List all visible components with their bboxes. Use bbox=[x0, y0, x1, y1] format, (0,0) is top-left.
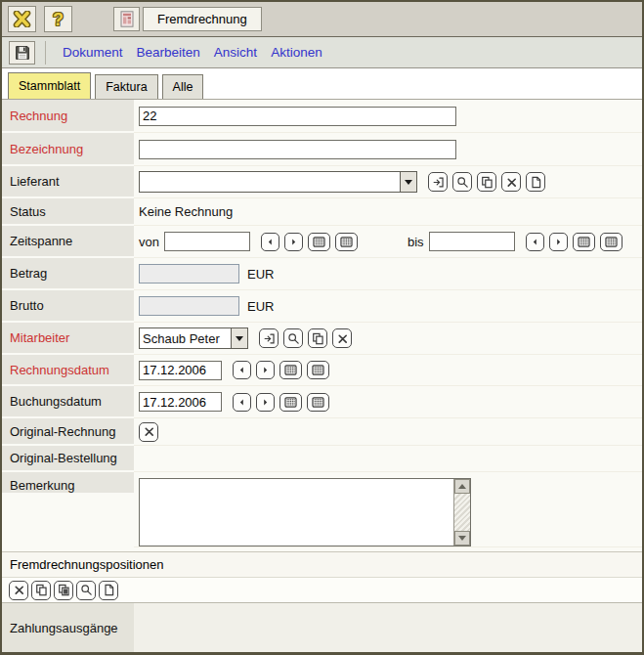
brutto-input bbox=[139, 296, 239, 316]
lieferant-combobox-value bbox=[140, 172, 400, 192]
zeitspanne-label: Zeitspanne bbox=[2, 226, 134, 258]
scroll-down-button[interactable] bbox=[454, 531, 470, 546]
prev-button[interactable] bbox=[526, 233, 544, 251]
copy-button[interactable] bbox=[477, 172, 496, 192]
next-button[interactable] bbox=[284, 233, 303, 251]
save-button[interactable] bbox=[9, 41, 35, 65]
rechnung-input[interactable] bbox=[139, 107, 456, 126]
copy-icon bbox=[312, 332, 324, 345]
search-button[interactable] bbox=[76, 581, 96, 600]
mitarbeiter-label: Mitarbeiter bbox=[2, 323, 134, 355]
calendar-button[interactable] bbox=[335, 233, 358, 251]
row-original-rechnung: Original-Rechnung bbox=[2, 418, 642, 446]
row-brutto: Brutto EUR bbox=[2, 290, 642, 323]
prev-button[interactable] bbox=[233, 393, 251, 412]
original-rechnung-label: Original-Rechnung bbox=[2, 418, 134, 446]
buchungsdatum-tools bbox=[233, 393, 329, 412]
row-zeitspanne: Zeitspanne von bis bbox=[2, 226, 642, 258]
menu-bearbeiten[interactable]: Bearbeiten bbox=[130, 45, 207, 60]
prev-icon bbox=[236, 396, 247, 409]
calendar-button[interactable] bbox=[573, 233, 595, 251]
clear-button[interactable] bbox=[139, 422, 158, 442]
calendar-button[interactable] bbox=[279, 393, 302, 412]
bemerkung-textarea-frame bbox=[139, 478, 471, 546]
bemerkung-scrollbar[interactable] bbox=[453, 479, 470, 546]
zeitspanne-von-label: von bbox=[139, 235, 159, 249]
prev-button[interactable] bbox=[261, 233, 279, 251]
close-button[interactable] bbox=[8, 6, 36, 32]
goto-button[interactable] bbox=[259, 328, 279, 348]
search-icon bbox=[456, 176, 469, 189]
row-bemerkung: Bemerkung bbox=[2, 472, 642, 551]
clear-icon bbox=[13, 584, 25, 596]
menu-aktionen[interactable]: Aktionen bbox=[264, 45, 329, 60]
buchungsdatum-input[interactable] bbox=[139, 392, 222, 412]
row-rechnung: Rechnung bbox=[2, 100, 642, 133]
clear-icon bbox=[336, 332, 349, 345]
zeitspanne-von-tools bbox=[261, 233, 358, 251]
row-bezeichnung: Bezeichnung bbox=[2, 133, 642, 166]
prev-icon bbox=[530, 236, 540, 248]
row-mitarbeiter: Mitarbeiter Schaub Peter bbox=[2, 323, 642, 355]
lieferant-combobox[interactable] bbox=[139, 171, 417, 193]
tab-stammblatt[interactable]: Stammblatt bbox=[8, 72, 91, 99]
betrag-label: Betrag bbox=[2, 258, 134, 290]
new-button[interactable] bbox=[526, 172, 545, 192]
goto-button[interactable] bbox=[428, 172, 448, 192]
next-button[interactable] bbox=[256, 361, 275, 379]
row-betrag: Betrag EUR bbox=[2, 258, 642, 290]
bezeichnung-input[interactable] bbox=[139, 140, 456, 159]
clear-button[interactable] bbox=[9, 581, 28, 600]
calendar-button[interactable] bbox=[279, 361, 302, 379]
calendar-button[interactable] bbox=[307, 393, 329, 412]
bezeichnung-label: Bezeichnung bbox=[2, 133, 134, 166]
bemerkung-textarea[interactable] bbox=[140, 479, 453, 546]
rechnungsdatum-tools bbox=[233, 361, 329, 379]
menu-ansicht[interactable]: Ansicht bbox=[207, 45, 264, 60]
bemerkung-label: Bemerkung bbox=[2, 472, 134, 495]
mitarbeiter-dropdown-button[interactable] bbox=[231, 328, 247, 348]
rechnungsdatum-input[interactable] bbox=[139, 361, 222, 380]
zeitspanne-bis-label: bis bbox=[408, 235, 424, 249]
clear-button[interactable] bbox=[501, 172, 521, 192]
invoice-document-icon bbox=[120, 11, 134, 27]
search-button[interactable] bbox=[283, 328, 303, 348]
new-button[interactable] bbox=[99, 581, 118, 600]
copy-button[interactable] bbox=[308, 328, 327, 348]
search-button[interactable] bbox=[452, 172, 472, 192]
clear-button[interactable] bbox=[332, 328, 352, 348]
positions-toolbar bbox=[2, 577, 642, 602]
copy-button[interactable] bbox=[31, 581, 51, 600]
menu-dokument[interactable]: Dokument bbox=[56, 45, 130, 60]
help-button[interactable]: ? bbox=[44, 6, 72, 32]
row-lieferant: Lieferant bbox=[2, 166, 642, 198]
next-button[interactable] bbox=[256, 393, 275, 412]
original-rechnung-tools bbox=[139, 422, 158, 442]
prev-icon bbox=[265, 236, 276, 248]
clear-icon bbox=[505, 176, 518, 189]
prev-button[interactable] bbox=[233, 361, 251, 379]
calendar-button[interactable] bbox=[308, 233, 330, 251]
copy-icon bbox=[35, 584, 48, 596]
paste-icon bbox=[58, 584, 70, 596]
scroll-up-button[interactable] bbox=[454, 479, 470, 494]
lieferant-dropdown-button[interactable] bbox=[400, 172, 416, 192]
buchungsdatum-label: Buchungsdatum bbox=[2, 386, 134, 418]
invoice-document-button[interactable] bbox=[113, 7, 140, 31]
zeitspanne-von-input[interactable] bbox=[164, 232, 250, 251]
paste-button[interactable] bbox=[54, 581, 73, 600]
next-icon bbox=[260, 364, 271, 376]
tab-bar: Stammblatt Faktura Alle bbox=[2, 68, 642, 100]
new-icon bbox=[103, 584, 115, 596]
tab-alle[interactable]: Alle bbox=[162, 74, 204, 99]
brutto-unit: EUR bbox=[247, 299, 274, 314]
tab-faktura[interactable]: Faktura bbox=[95, 74, 157, 99]
calendar-button[interactable] bbox=[307, 361, 329, 379]
zeitspanne-bis-input[interactable] bbox=[429, 232, 515, 251]
next-icon bbox=[260, 396, 271, 409]
calendar-button[interactable] bbox=[600, 233, 623, 251]
next-button[interactable] bbox=[549, 233, 568, 251]
next-icon bbox=[553, 236, 564, 248]
mitarbeiter-combobox[interactable]: Schaub Peter bbox=[139, 328, 248, 349]
row-status: Status Keine Rechnung bbox=[2, 198, 642, 226]
